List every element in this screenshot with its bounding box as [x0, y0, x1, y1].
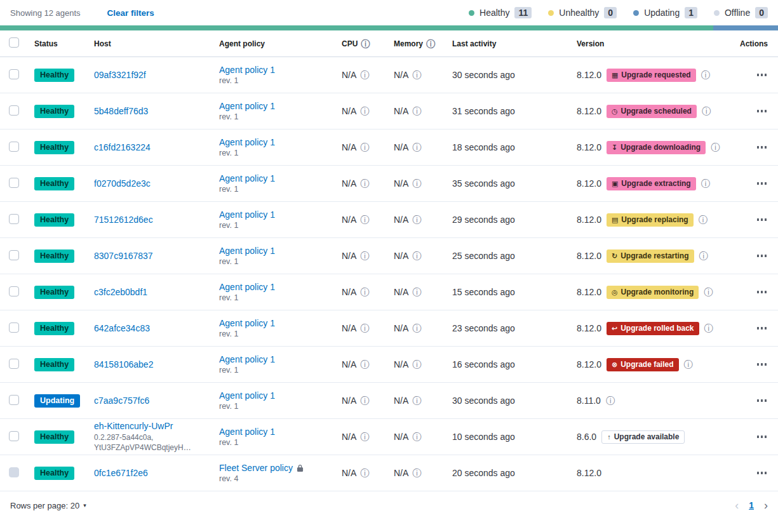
version-info-icon[interactable]: ⓘ: [699, 251, 708, 260]
version-info-icon[interactable]: ⓘ: [699, 215, 708, 224]
actions-menu-button[interactable]: [756, 359, 768, 369]
memory-value-info-icon[interactable]: ⓘ: [412, 432, 421, 441]
cpu-info-icon[interactable]: ⓘ: [361, 39, 370, 48]
version-info-icon[interactable]: ⓘ: [701, 70, 710, 79]
memory-value-info-icon[interactable]: ⓘ: [412, 215, 421, 224]
host-link[interactable]: eh-Kittencurly-UwPr: [94, 421, 213, 431]
cpu-value-info-icon[interactable]: ⓘ: [360, 251, 369, 260]
last-activity: 30 seconds ago: [452, 70, 515, 80]
memory-value-info-icon[interactable]: ⓘ: [412, 143, 421, 152]
row-checkbox[interactable]: [9, 395, 19, 405]
agent-policy-link[interactable]: Fleet Server policy: [219, 463, 293, 473]
row-checkbox[interactable]: [9, 359, 19, 369]
version-value: 8.12.0: [577, 287, 601, 297]
agent-policy-link[interactable]: Agent policy 1: [219, 354, 275, 364]
version-info-icon[interactable]: ⓘ: [606, 396, 615, 405]
actions-menu-button[interactable]: [756, 70, 768, 80]
legend-item-healthy[interactable]: Healthy11: [469, 7, 532, 18]
host-link[interactable]: c7aa9c757fc6: [94, 396, 213, 406]
actions-menu-button[interactable]: [756, 468, 768, 478]
next-page-button[interactable]: ›: [764, 499, 768, 512]
row-checkbox[interactable]: [9, 214, 19, 224]
actions-menu-button[interactable]: [756, 178, 768, 189]
agent-policy-link[interactable]: Agent policy 1: [219, 173, 275, 183]
host-link[interactable]: 0fc1e671f2e6: [94, 468, 213, 478]
actions-menu-button[interactable]: [756, 287, 768, 297]
row-checkbox[interactable]: [9, 69, 19, 79]
memory-value-info-icon[interactable]: ⓘ: [412, 396, 421, 405]
actions-menu-button[interactable]: [756, 251, 768, 261]
host-link[interactable]: 5b48deff76d3: [94, 106, 213, 116]
version-value: 8.12.0: [577, 468, 601, 478]
memory-info-icon[interactable]: ⓘ: [426, 39, 435, 48]
previous-page-button[interactable]: ‹: [735, 499, 739, 512]
agent-policy-link[interactable]: Agent policy 1: [219, 390, 275, 401]
cpu-value-info-icon[interactable]: ⓘ: [360, 70, 369, 79]
host-link[interactable]: 642afce34c83: [94, 323, 213, 333]
version-info-icon[interactable]: ⓘ: [704, 324, 713, 333]
rows-per-page-button[interactable]: Rows per page: 20 ▾: [10, 501, 86, 510]
memory-value-info-icon[interactable]: ⓘ: [412, 324, 421, 333]
host-link[interactable]: 8307c9167837: [94, 251, 213, 261]
lock-icon: [297, 464, 304, 472]
cpu-value-info-icon[interactable]: ⓘ: [360, 143, 369, 152]
cpu-value-info-icon[interactable]: ⓘ: [360, 432, 369, 441]
version-info-icon[interactable]: ⓘ: [711, 143, 720, 152]
cpu-value-info-icon[interactable]: ⓘ: [360, 179, 369, 188]
row-checkbox[interactable]: [9, 286, 19, 296]
cpu-value-info-icon[interactable]: ⓘ: [360, 360, 369, 369]
agent-policy-link[interactable]: Agent policy 1: [219, 137, 275, 147]
showing-agents-count: Showing 12 agents: [10, 8, 81, 18]
host-link[interactable]: 71512612d6ec: [94, 215, 213, 225]
host-link[interactable]: c16fd2163224: [94, 142, 213, 152]
agent-policy-link[interactable]: Agent policy 1: [219, 318, 275, 328]
agent-policy-link[interactable]: Agent policy 1: [219, 427, 275, 437]
legend-item-offline[interactable]: Offline0: [714, 7, 768, 18]
row-checkbox[interactable]: [9, 431, 19, 441]
cpu-value-info-icon[interactable]: ⓘ: [360, 215, 369, 224]
cpu-value-info-icon[interactable]: ⓘ: [360, 288, 369, 296]
host-link[interactable]: 09af3321f92f: [94, 70, 213, 80]
select-all-checkbox[interactable]: [9, 37, 19, 48]
version-info-icon[interactable]: ⓘ: [702, 107, 711, 116]
cpu-value-info-icon[interactable]: ⓘ: [360, 396, 369, 405]
clear-filters-link[interactable]: Clear filters: [107, 8, 154, 18]
memory-value-info-icon[interactable]: ⓘ: [412, 107, 421, 116]
actions-menu-button[interactable]: [756, 323, 768, 333]
memory-value-info-icon[interactable]: ⓘ: [412, 288, 421, 296]
actions-menu-button[interactable]: [756, 142, 768, 152]
legend-item-unhealthy[interactable]: Unhealthy0: [548, 7, 617, 18]
version-info-icon[interactable]: ⓘ: [701, 179, 710, 188]
agent-policy-link[interactable]: Agent policy 1: [219, 209, 275, 220]
host-link[interactable]: f0270d5d2e3c: [94, 178, 213, 189]
row-checkbox[interactable]: [9, 323, 19, 333]
host-link[interactable]: 84158106abe2: [94, 359, 213, 369]
host-link[interactable]: c3fc2eb0bdf1: [94, 287, 213, 297]
agent-policy-link[interactable]: Agent policy 1: [219, 101, 275, 111]
legend-item-updating[interactable]: Updating1: [633, 7, 697, 18]
row-checkbox[interactable]: [9, 178, 19, 188]
inspect-icon: ◎: [612, 289, 618, 296]
agent-policy-link[interactable]: Agent policy 1: [219, 65, 275, 75]
memory-value-info-icon[interactable]: ⓘ: [412, 360, 421, 369]
actions-menu-button[interactable]: [756, 215, 768, 225]
row-checkbox[interactable]: [9, 142, 19, 152]
version-info-icon[interactable]: ⓘ: [684, 360, 693, 369]
agent-policy-link[interactable]: Agent policy 1: [219, 246, 275, 256]
memory-value-info-icon[interactable]: ⓘ: [412, 251, 421, 260]
agent-policy-link[interactable]: Agent policy 1: [219, 282, 275, 292]
cpu-value-info-icon[interactable]: ⓘ: [360, 324, 369, 333]
page-number-1[interactable]: 1: [749, 500, 754, 510]
actions-menu-button[interactable]: [756, 432, 768, 442]
actions-menu-button[interactable]: [756, 396, 768, 406]
version-info-icon[interactable]: ⓘ: [704, 288, 713, 296]
cpu-value-info-icon[interactable]: ⓘ: [360, 107, 369, 116]
memory-value-info-icon[interactable]: ⓘ: [412, 469, 421, 477]
row-checkbox[interactable]: [9, 250, 19, 260]
row-checkbox[interactable]: [9, 105, 19, 116]
cpu-value-info-icon[interactable]: ⓘ: [360, 469, 369, 477]
row-checkbox[interactable]: [9, 467, 19, 477]
memory-value-info-icon[interactable]: ⓘ: [412, 70, 421, 79]
memory-value-info-icon[interactable]: ⓘ: [412, 179, 421, 188]
actions-menu-button[interactable]: [756, 106, 768, 116]
